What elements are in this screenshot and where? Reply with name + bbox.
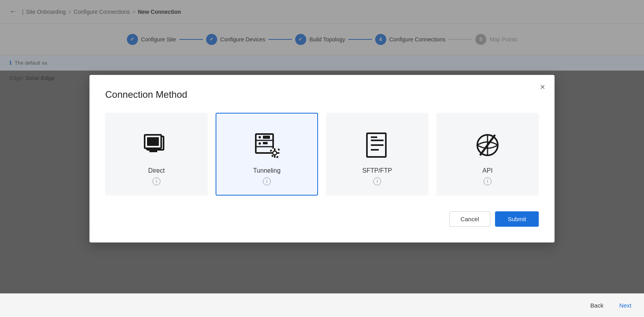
svg-rect-18 — [277, 152, 279, 154]
tunneling-label: Tunneling — [253, 167, 281, 174]
sftp-label: SFTP/FTP — [362, 167, 392, 174]
api-icon — [472, 129, 503, 161]
direct-info-icon[interactable]: i — [153, 177, 160, 185]
svg-rect-11 — [263, 136, 270, 139]
next-button[interactable]: Next — [619, 302, 631, 309]
svg-point-10 — [259, 142, 261, 145]
modal-overlay: Connection Method × Direct — [0, 0, 644, 317]
modal-footer: Cancel Submit — [105, 211, 539, 227]
svg-rect-15 — [274, 148, 275, 151]
sftp-icon — [361, 129, 393, 161]
svg-rect-17 — [270, 152, 272, 154]
method-card-direct[interactable]: Direct i — [105, 113, 208, 196]
direct-icon — [141, 129, 172, 161]
direct-label: Direct — [148, 167, 165, 174]
bottom-bar: Back Next — [0, 293, 644, 317]
svg-rect-16 — [274, 155, 275, 158]
tunneling-icon — [251, 129, 283, 161]
back-button[interactable]: Back — [590, 302, 603, 309]
tunneling-info-icon[interactable]: i — [263, 177, 271, 185]
api-info-icon[interactable]: i — [484, 177, 491, 185]
cancel-button[interactable]: Cancel — [449, 211, 491, 227]
method-card-sftp[interactable]: SFTP/FTP i — [326, 113, 428, 196]
modal-close-button[interactable]: × — [540, 83, 545, 91]
submit-button[interactable]: Submit — [495, 211, 539, 227]
svg-rect-12 — [263, 142, 268, 144]
modal-title: Connection Method — [105, 89, 539, 100]
svg-point-9 — [259, 136, 261, 138]
sftp-info-icon[interactable]: i — [373, 177, 381, 185]
svg-rect-2 — [147, 137, 159, 146]
connection-method-cards: Direct i — [105, 113, 539, 196]
connection-method-modal: Connection Method × Direct — [89, 75, 555, 242]
api-label: API — [482, 167, 493, 174]
method-card-tunneling[interactable]: Tunneling i — [216, 113, 318, 196]
method-card-api[interactable]: API i — [436, 113, 539, 196]
